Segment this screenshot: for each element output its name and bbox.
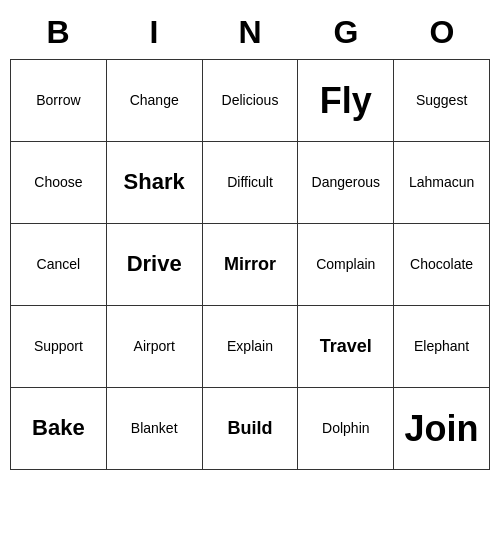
cell-text: Support	[34, 338, 83, 355]
cell-text: Elephant	[414, 338, 469, 355]
cell-r2-c4: Chocolate	[394, 224, 490, 306]
cell-r2-c1: Drive	[107, 224, 203, 306]
cell-r4-c4: Join	[394, 388, 490, 470]
cell-r0-c3: Fly	[298, 60, 394, 142]
cell-r1-c3: Dangerous	[298, 142, 394, 224]
header-letter: G	[298, 10, 394, 55]
cell-r4-c0: Bake	[11, 388, 107, 470]
cell-text: Drive	[127, 251, 182, 277]
cell-text: Explain	[227, 338, 273, 355]
cell-text: Airport	[134, 338, 175, 355]
cell-r3-c3: Travel	[298, 306, 394, 388]
cell-text: Fly	[320, 79, 372, 122]
cell-r4-c2: Build	[203, 388, 299, 470]
cell-r1-c0: Choose	[11, 142, 107, 224]
cell-text: Lahmacun	[409, 174, 474, 191]
cell-text: Travel	[320, 336, 372, 358]
header-letter: B	[10, 10, 106, 55]
cell-r4-c3: Dolphin	[298, 388, 394, 470]
cell-text: Chocolate	[410, 256, 473, 273]
cell-text: Bake	[32, 415, 85, 441]
bingo-header: BINGO	[10, 10, 490, 55]
cell-text: Join	[405, 407, 479, 450]
cell-text: Cancel	[37, 256, 81, 273]
header-letter: I	[106, 10, 202, 55]
cell-text: Choose	[34, 174, 82, 191]
cell-text: Delicious	[222, 92, 279, 109]
cell-r4-c1: Blanket	[107, 388, 203, 470]
cell-text: Build	[227, 418, 272, 440]
cell-r1-c4: Lahmacun	[394, 142, 490, 224]
header-letter: O	[394, 10, 490, 55]
cell-r0-c2: Delicious	[203, 60, 299, 142]
cell-text: Blanket	[131, 420, 178, 437]
cell-r2-c0: Cancel	[11, 224, 107, 306]
cell-text: Change	[130, 92, 179, 109]
cell-text: Shark	[124, 169, 185, 195]
cell-text: Difficult	[227, 174, 273, 191]
cell-r3-c4: Elephant	[394, 306, 490, 388]
cell-r0-c1: Change	[107, 60, 203, 142]
cell-r3-c2: Explain	[203, 306, 299, 388]
cell-text: Dangerous	[312, 174, 381, 191]
cell-r3-c1: Airport	[107, 306, 203, 388]
cell-r2-c2: Mirror	[203, 224, 299, 306]
cell-r0-c4: Suggest	[394, 60, 490, 142]
cell-text: Borrow	[36, 92, 80, 109]
cell-r1-c2: Difficult	[203, 142, 299, 224]
cell-text: Dolphin	[322, 420, 369, 437]
header-letter: N	[202, 10, 298, 55]
cell-text: Suggest	[416, 92, 467, 109]
bingo-grid: BorrowChangeDeliciousFlySuggestChooseSha…	[10, 59, 490, 470]
bingo-card: BINGO BorrowChangeDeliciousFlySuggestCho…	[10, 10, 490, 470]
cell-text: Complain	[316, 256, 375, 273]
cell-text: Mirror	[224, 254, 276, 276]
cell-r2-c3: Complain	[298, 224, 394, 306]
cell-r3-c0: Support	[11, 306, 107, 388]
cell-r0-c0: Borrow	[11, 60, 107, 142]
cell-r1-c1: Shark	[107, 142, 203, 224]
